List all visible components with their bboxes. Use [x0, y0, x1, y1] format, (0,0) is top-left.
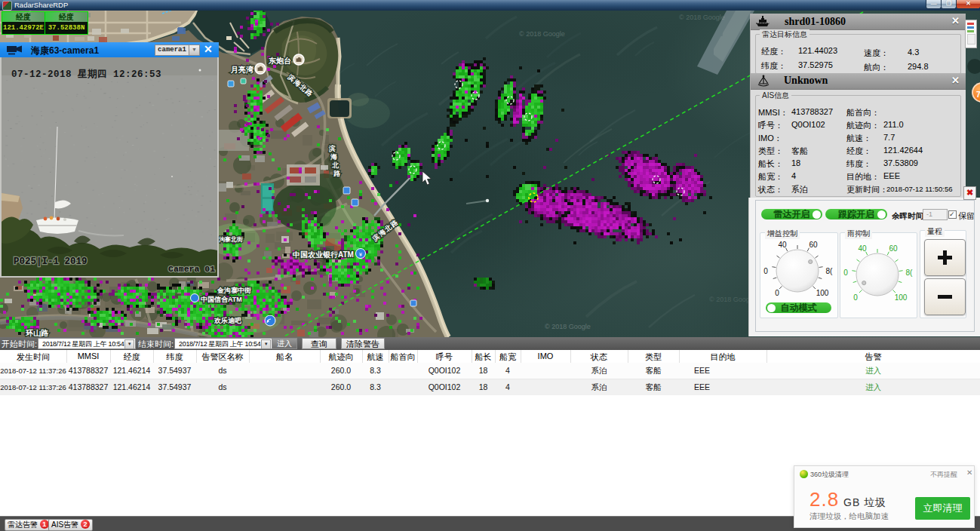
- svg-text:0: 0: [775, 289, 779, 297]
- svg-text:中国农业银行ATM: 中国农业银行ATM: [293, 250, 354, 259]
- svg-text:100: 100: [895, 293, 908, 302]
- svg-text:8(: 8(: [906, 269, 914, 277]
- svg-text:金沟寨中街: 金沟寨中街: [217, 287, 251, 294]
- svg-text:沟寨北街: 沟寨北街: [219, 235, 243, 243]
- svg-text:40: 40: [858, 244, 867, 253]
- svg-text:60: 60: [809, 241, 818, 249]
- svg-text:月亮湾: 月亮湾: [230, 66, 254, 74]
- svg-text:8(: 8(: [826, 267, 834, 275]
- svg-text:Camera 01: Camera 01: [168, 264, 215, 274]
- svg-text:60: 60: [889, 244, 898, 253]
- svg-text:© 2018 Google: © 2018 Google: [519, 30, 565, 38]
- svg-text:0: 0: [843, 269, 848, 277]
- svg-text:中国信合ATM: 中国信合ATM: [201, 296, 242, 303]
- svg-text:P025|I-1 2019: P025|I-1 2019: [14, 256, 88, 267]
- svg-text:© 2018 Google: © 2018 Google: [679, 14, 725, 21]
- svg-text:0: 0: [763, 267, 768, 275]
- svg-text:07-12-2018 星期四 12:26:53: 07-12-2018 星期四 12:26:53: [11, 69, 161, 80]
- svg-text:© 2018 Google: © 2018 Google: [545, 323, 591, 330]
- svg-text:东炮台: 东炮台: [268, 57, 291, 65]
- svg-text:环山路: 环山路: [25, 329, 49, 337]
- svg-text:100: 100: [816, 289, 829, 297]
- svg-text:40: 40: [778, 241, 787, 249]
- svg-text:欢乐迪吧: 欢乐迪吧: [214, 317, 242, 324]
- svg-text:0: 0: [853, 293, 858, 302]
- svg-text:¥: ¥: [359, 252, 362, 257]
